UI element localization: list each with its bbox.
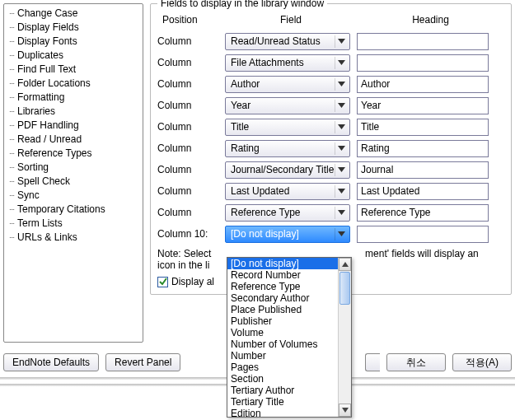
chevron-down-icon[interactable] bbox=[335, 228, 348, 240]
field-row: ColumnReference Type bbox=[157, 202, 504, 223]
heading-input[interactable] bbox=[357, 54, 489, 72]
apply-button[interactable]: 적용(A) bbox=[452, 353, 512, 371]
field-select[interactable]: Read/Unread Status bbox=[225, 33, 350, 50]
tree-dots: ···· bbox=[9, 205, 14, 213]
dropdown-option[interactable]: Pages bbox=[227, 362, 351, 373]
field-select[interactable]: Rating bbox=[225, 140, 350, 157]
dropdown-option[interactable]: Publisher bbox=[227, 315, 351, 327]
position-label: Column 10: bbox=[157, 228, 225, 240]
field-dropdown-list[interactable]: [Do not display]Record NumberReference T… bbox=[227, 257, 352, 418]
dropdown-option[interactable]: Edition bbox=[227, 408, 351, 418]
chevron-down-icon[interactable] bbox=[335, 100, 348, 112]
scroll-down-button[interactable] bbox=[339, 404, 351, 417]
dropdown-option[interactable]: Tertiary Author bbox=[227, 385, 351, 396]
field-select[interactable]: [Do not display] bbox=[225, 226, 350, 243]
groupbox-legend: Fields to display in the library window bbox=[157, 0, 327, 9]
tree-dots: ···· bbox=[9, 177, 14, 185]
field-select[interactable]: Year bbox=[225, 97, 350, 114]
tree-dots: ···· bbox=[9, 9, 14, 17]
heading-input[interactable] bbox=[357, 119, 489, 136]
sidebar-item[interactable]: ····Duplicates bbox=[4, 48, 143, 62]
endnote-defaults-button[interactable]: EndNote Defaults bbox=[3, 353, 99, 371]
heading-input[interactable] bbox=[357, 140, 489, 157]
scroll-up-button[interactable] bbox=[339, 258, 351, 271]
chevron-down-icon[interactable] bbox=[335, 207, 348, 219]
field-select[interactable]: Last Updated bbox=[225, 183, 350, 200]
sidebar-item[interactable]: ····PDF Handling bbox=[4, 118, 143, 132]
tree-dots: ···· bbox=[9, 37, 14, 45]
chevron-down-icon[interactable] bbox=[335, 164, 348, 176]
display-all-label: Display al bbox=[171, 276, 214, 287]
position-label: Column bbox=[157, 185, 225, 197]
checkbox-icon[interactable] bbox=[157, 277, 168, 287]
dropdown-option[interactable]: Number bbox=[227, 350, 351, 362]
sidebar-item[interactable]: ····Formatting bbox=[4, 90, 143, 104]
sidebar-item[interactable]: ····Sync bbox=[4, 188, 143, 202]
chevron-down-icon[interactable] bbox=[335, 35, 348, 48]
tree-dots: ···· bbox=[9, 219, 14, 227]
sidebar-item[interactable]: ····Term Lists bbox=[4, 216, 143, 230]
dropdown-option[interactable]: Reference Type bbox=[227, 281, 351, 292]
position-label: Column bbox=[157, 164, 225, 175]
dropdown-option[interactable]: Place Published bbox=[227, 304, 351, 315]
sidebar-item[interactable]: ····Temporary Citations bbox=[4, 202, 143, 216]
sidebar-item[interactable]: ····Spell Check bbox=[4, 174, 143, 188]
dropdown-option[interactable]: Secondary Author bbox=[227, 292, 351, 304]
sidebar-item[interactable]: ····Change Case bbox=[4, 6, 143, 20]
chevron-down-icon[interactable] bbox=[335, 185, 348, 198]
tree-dots: ···· bbox=[9, 93, 14, 101]
dropdown-option[interactable]: [Do not display] bbox=[227, 258, 351, 269]
field-row: ColumnRead/Unread Status bbox=[157, 30, 504, 52]
heading-input[interactable] bbox=[357, 161, 489, 179]
tree-dots: ···· bbox=[9, 149, 14, 157]
field-row: ColumnTitle bbox=[157, 116, 504, 138]
position-label: Column bbox=[157, 35, 225, 47]
sidebar-item[interactable]: ····Sorting bbox=[4, 160, 143, 174]
field-select[interactable]: Author bbox=[225, 76, 350, 93]
chevron-down-icon[interactable] bbox=[335, 78, 348, 91]
dropdown-option[interactable]: Number of Volumes bbox=[227, 338, 351, 350]
tree-dots: ···· bbox=[9, 107, 14, 115]
sidebar-item[interactable]: ····Display Fonts bbox=[4, 34, 143, 48]
fields-groupbox: Fields to display in the library window … bbox=[150, 3, 512, 295]
sidebar-item[interactable]: ····URLs & Links bbox=[4, 230, 143, 244]
chevron-down-icon[interactable] bbox=[335, 142, 348, 155]
dropdown-scrollbar[interactable] bbox=[338, 258, 351, 417]
header-position: Position bbox=[157, 14, 225, 26]
position-label: Column bbox=[157, 142, 225, 154]
field-select[interactable]: Title bbox=[225, 119, 350, 136]
tree-dots: ···· bbox=[9, 79, 14, 87]
sidebar-item[interactable]: ····Folder Locations bbox=[4, 76, 143, 90]
heading-input[interactable] bbox=[357, 33, 489, 50]
sidebar-item[interactable]: ····Libraries bbox=[4, 104, 143, 118]
revert-panel-button[interactable]: Revert Panel bbox=[105, 353, 180, 371]
chevron-down-icon[interactable] bbox=[335, 121, 348, 133]
sidebar-item[interactable]: ····Reference Types bbox=[4, 146, 143, 160]
tree-dots: ···· bbox=[9, 191, 14, 199]
sidebar-item[interactable]: ····Display Fields bbox=[4, 20, 143, 34]
tree-dots: ···· bbox=[9, 23, 14, 31]
dropdown-option[interactable]: Volume bbox=[227, 327, 351, 338]
heading-input[interactable] bbox=[357, 97, 489, 114]
field-select[interactable]: Journal/Secondary Title bbox=[225, 161, 350, 179]
scroll-thumb[interactable] bbox=[339, 272, 350, 305]
field-select[interactable]: Reference Type bbox=[225, 204, 350, 222]
tree-dots: ···· bbox=[9, 51, 14, 59]
field-row: ColumnJournal/Secondary Title bbox=[157, 159, 504, 180]
field-select[interactable]: File Attachments bbox=[225, 54, 350, 72]
heading-input[interactable] bbox=[357, 204, 489, 222]
heading-input[interactable] bbox=[357, 183, 489, 200]
tree-dots: ···· bbox=[9, 163, 14, 171]
header-heading: Heading bbox=[357, 14, 504, 26]
dropdown-option[interactable]: Tertiary Title bbox=[227, 396, 351, 408]
sidebar-item[interactable]: ····Read / Unread bbox=[4, 132, 143, 146]
heading-input[interactable] bbox=[357, 226, 489, 243]
dropdown-option[interactable]: Record Number bbox=[227, 269, 351, 281]
cancel-button[interactable]: 취소 bbox=[386, 353, 446, 371]
chevron-down-icon[interactable] bbox=[335, 57, 348, 69]
ok-button-partial[interactable] bbox=[365, 353, 380, 371]
sidebar-item[interactable]: ····Find Full Text bbox=[4, 62, 143, 76]
dropdown-option[interactable]: Section bbox=[227, 373, 351, 385]
field-row: Column 10:[Do not display] bbox=[157, 223, 504, 245]
heading-input[interactable] bbox=[357, 76, 489, 93]
